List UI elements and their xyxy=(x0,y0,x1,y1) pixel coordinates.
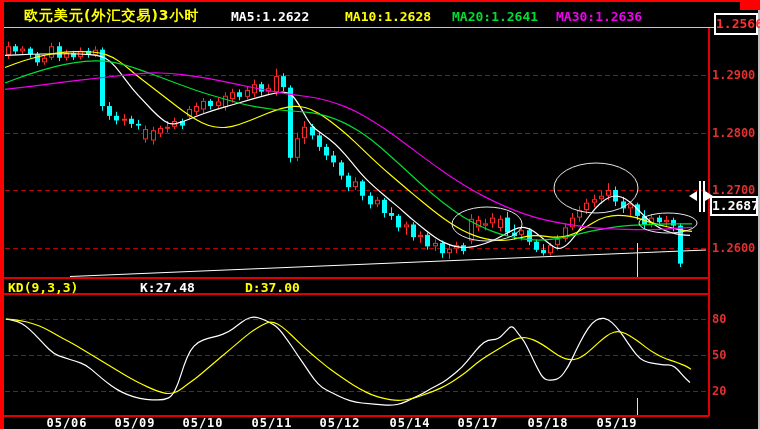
chart-header: 欧元美元(外汇交易)3小时 MA5:1.2622 MA10:1.2628 MA2… xyxy=(0,3,760,27)
date-tick-label: 05/11 xyxy=(250,417,294,429)
pane-separator-bottom[interactable] xyxy=(4,293,709,295)
kd-d-value: D:37.00 xyxy=(245,280,300,295)
chart-title: 欧元美元(外汇交易)3小时 xyxy=(24,7,200,25)
price-tick-label: 1.2800 xyxy=(712,126,755,140)
date-tick-label: 05/09 xyxy=(113,417,157,429)
cursor-right-arrow-icon xyxy=(705,191,713,201)
header-divider xyxy=(4,27,756,28)
price-tick-label: 1.2700 xyxy=(712,183,755,197)
window-border-top xyxy=(0,0,760,2)
ma30-readout: MA30:1.2636 xyxy=(556,9,642,24)
date-tick-label: 05/19 xyxy=(595,417,639,429)
date-tick-label: 05/14 xyxy=(388,417,432,429)
kd-tick-label: 20 xyxy=(712,384,726,398)
date-tick-label: 05/17 xyxy=(456,417,500,429)
date-tick-label: 05/06 xyxy=(45,417,89,429)
price-axis-line xyxy=(708,28,710,416)
kd-indicator-label: KD(9,3,3) xyxy=(8,280,78,295)
pane-separator-top[interactable] xyxy=(4,277,709,279)
forex-chart-window: 欧元美元(外汇交易)3小时 MA5:1.2622 MA10:1.2628 MA2… xyxy=(0,0,760,429)
date-tick-label: 05/12 xyxy=(318,417,362,429)
ma5-readout: MA5:1.2622 xyxy=(231,9,309,24)
price-tick-label: 1.2600 xyxy=(712,241,755,255)
date-tick-label: 05/18 xyxy=(526,417,570,429)
candlestick-chart-canvas[interactable] xyxy=(0,0,760,429)
ma10-readout: MA10:1.2628 xyxy=(345,9,431,24)
price-tick-label: 1.2900 xyxy=(712,68,755,82)
resize-cursor-icon xyxy=(688,181,714,212)
cursor-left-arrow-icon xyxy=(689,191,697,201)
session-low-box: 1.2566 xyxy=(714,13,758,35)
kd-tick-label: 80 xyxy=(712,312,726,326)
kd-tick-label: 50 xyxy=(712,348,726,362)
current-price-box: 1.2687 xyxy=(710,196,758,216)
window-border-left xyxy=(0,0,4,429)
date-tick-label: 05/10 xyxy=(181,417,225,429)
kd-k-value: K:27.48 xyxy=(140,280,195,295)
ma20-readout: MA20:1.2641 xyxy=(452,9,538,24)
